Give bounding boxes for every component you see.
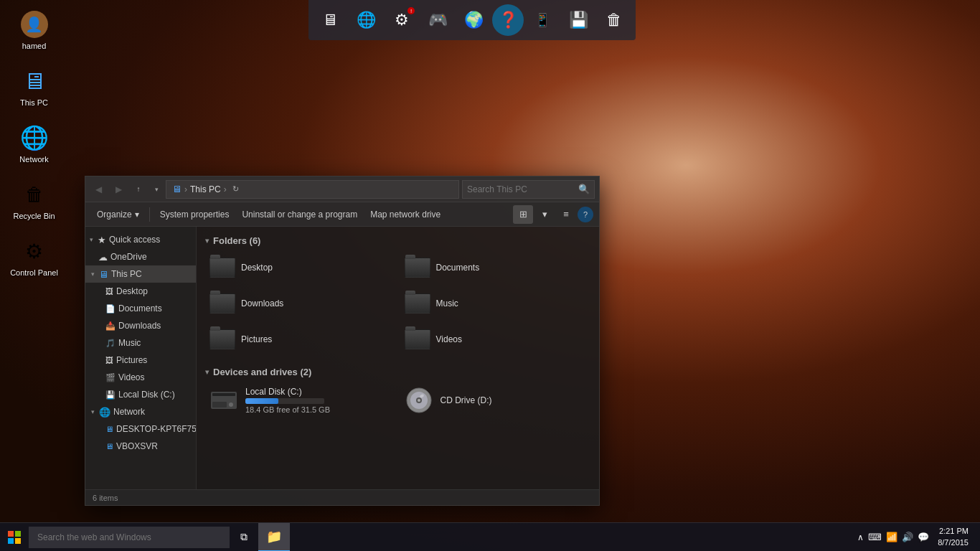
desktop-icon-user[interactable]: 👤 hamed xyxy=(7,7,61,53)
explorer-addressbar: ◀ ▶ ↑ ▾ 🖥 › This PC › ↻ 🔍 xyxy=(85,176,599,202)
folder-downloads[interactable]: Downloads xyxy=(205,288,396,319)
volume-icon[interactable]: 🔊 xyxy=(902,532,913,542)
folder-downloads-info: Downloads xyxy=(241,298,283,309)
desktop-icon-thispc[interactable]: 🖥 This PC xyxy=(7,64,61,110)
folder-music[interactable]: Music xyxy=(400,288,591,319)
local-disk-progress xyxy=(245,398,324,404)
nav-forward-btn[interactable]: ▶ xyxy=(110,181,127,198)
view-list-btn[interactable]: ≡ xyxy=(556,205,576,224)
onedrive-label: OneDrive xyxy=(110,252,147,262)
control-panel-icon-label: Control Panel xyxy=(10,268,58,277)
folder-pictures-icon xyxy=(209,326,235,352)
view-tiles-btn[interactable]: ⊞ xyxy=(513,205,533,224)
help-btn[interactable]: ❓ xyxy=(492,4,524,36)
svg-rect-11 xyxy=(8,538,14,544)
drives-grid: Local Disk (C:) 18.4 GB free of 31.5 GB xyxy=(205,383,590,418)
network-systray-icon[interactable]: 📶 xyxy=(886,532,897,542)
svg-point-2 xyxy=(229,402,233,407)
drive-btn[interactable]: 💾 xyxy=(561,3,595,37)
organize-btn[interactable]: Organize ▾ xyxy=(91,205,145,224)
cd-drive-name: CD Drive (D:) xyxy=(440,395,492,405)
view-dropdown-btn[interactable]: ▾ xyxy=(534,205,555,224)
path-refresh-btn[interactable]: ↻ xyxy=(232,184,239,194)
folders-section-title: Folders (6) xyxy=(213,235,260,246)
folder-videos[interactable]: Videos xyxy=(400,324,591,355)
uninstall-btn[interactable]: Uninstall or change a program xyxy=(236,205,363,224)
search-box: 🔍 xyxy=(462,180,595,199)
view-icons: ⊞ ▾ ≡ ? xyxy=(513,205,593,224)
drives-collapse-btn[interactable]: ▾ xyxy=(205,368,209,376)
monitor-toolbar-btn[interactable]: 🖥 xyxy=(313,3,347,37)
this-pc-icon: 🖥 xyxy=(20,67,49,95)
sidebar-item-network[interactable]: ▾ 🌐 Network xyxy=(85,403,196,420)
map-network-btn[interactable]: Map network drive xyxy=(364,205,446,224)
systray-icons: ∧ ⌨ 📶 🔊 💬 xyxy=(857,532,935,542)
sidebar-item-quick-access[interactable]: ▾ ★ Quick access xyxy=(85,231,196,248)
folder-pictures[interactable]: Pictures xyxy=(205,324,396,355)
device-btn[interactable]: 📱 xyxy=(525,3,560,37)
system-clock[interactable]: 2:21 PM 8/7/2015 xyxy=(938,526,974,548)
nav-up-btn[interactable]: ↑ xyxy=(130,181,147,198)
sidebar-item-pictures[interactable]: 🖼 Pictures xyxy=(85,352,196,369)
sidebar-item-vboxsvr[interactable]: 🖥 VBOXSVR xyxy=(85,438,196,455)
path-segment-thispc: This PC xyxy=(190,184,221,194)
drive-cd-d[interactable]: CD Drive (D:) xyxy=(400,383,591,418)
notification-icon[interactable]: 💬 xyxy=(918,532,929,542)
onedrive-icon: ☁ xyxy=(98,252,108,263)
desktop-icon-recycle[interactable]: 🗑 Recycle Bin xyxy=(7,177,61,223)
pictures-nav-label: Pictures xyxy=(116,355,147,365)
network-globe-btn[interactable]: 🌐 xyxy=(349,3,383,37)
gamepad-btn[interactable]: 🎮 xyxy=(420,3,455,37)
taskbar-pinned: 📁 xyxy=(258,523,290,552)
sidebar-item-downloads[interactable]: 📥 Downloads xyxy=(85,317,196,334)
folder-videos-info: Videos xyxy=(436,334,462,344)
sidebar-item-onedrive[interactable]: ☁ OneDrive xyxy=(85,248,196,265)
keyboard-icon[interactable]: ⌨ xyxy=(868,532,882,542)
clock-time: 2:21 PM xyxy=(938,526,969,537)
folder-desktop[interactable]: Desktop xyxy=(205,252,396,283)
local-disk-icon xyxy=(209,386,238,415)
folder-music-icon xyxy=(405,291,430,316)
recycle-toolbar-btn[interactable]: 🗑 xyxy=(597,3,631,37)
desktop-icon-network[interactable]: 🌐 Network xyxy=(7,121,61,166)
sidebar-item-videos[interactable]: 🎬 Videos xyxy=(85,369,196,386)
this-pc-arrow: ▾ xyxy=(91,270,95,278)
explorer-content: ▾ Folders (6) Desktop xyxy=(197,227,599,489)
nav-dropdown-btn[interactable]: ▾ xyxy=(150,181,163,198)
task-view-btn[interactable]: ⧉ xyxy=(230,523,258,552)
sidebar-item-desktop-kpt[interactable]: 🖥 DESKTOP-KPT6F75 xyxy=(85,420,196,438)
clock-date: 8/7/2015 xyxy=(938,537,969,548)
globe-green-btn[interactable]: 🌍 xyxy=(456,3,491,37)
sidebar-item-documents[interactable]: 📄 Documents xyxy=(85,300,196,317)
file-explorer-taskbar-btn[interactable]: 📁 xyxy=(258,523,290,552)
folder-desktop-name: Desktop xyxy=(241,263,273,273)
cd-drive-info: CD Drive (D:) xyxy=(440,395,492,405)
this-pc-nav-icon: 🖥 xyxy=(99,269,108,280)
folder-pictures-name: Pictures xyxy=(241,334,272,344)
search-input[interactable] xyxy=(467,184,575,194)
desktop-icon-control-panel[interactable]: ⚙ Control Panel xyxy=(7,234,61,280)
local-disk-progress-fill xyxy=(245,398,278,404)
address-path[interactable]: 🖥 › This PC › ↻ xyxy=(166,180,459,199)
system-properties-btn[interactable]: System properties xyxy=(154,205,235,224)
recycle-bin-icon-label: Recycle Bin xyxy=(13,212,55,220)
start-button[interactable] xyxy=(0,523,29,552)
taskbar-search-input[interactable] xyxy=(29,527,230,548)
pictures-nav-icon: 🖼 xyxy=(105,356,113,364)
network-icon: 🌐 xyxy=(20,123,49,152)
sidebar-item-local-disk[interactable]: 💾 Local Disk (C:) xyxy=(85,386,196,403)
sidebar-item-this-pc[interactable]: ▾ 🖥 This PC xyxy=(85,265,196,283)
drive-local-c[interactable]: Local Disk (C:) 18.4 GB free of 31.5 GB xyxy=(205,383,396,418)
settings-red-btn[interactable]: ⚙ ! xyxy=(385,3,419,37)
sidebar-item-desktop[interactable]: 🖼 Desktop xyxy=(85,283,196,300)
folders-collapse-btn[interactable]: ▾ xyxy=(205,237,209,245)
help-ribbon-btn[interactable]: ? xyxy=(578,207,593,222)
folder-downloads-icon xyxy=(209,291,235,316)
folder-documents[interactable]: Documents xyxy=(400,252,591,283)
nav-back-btn[interactable]: ◀ xyxy=(90,181,107,198)
uninstall-label: Uninstall or change a program xyxy=(242,209,357,220)
chevron-up-icon[interactable]: ∧ xyxy=(857,532,864,542)
user-icon-label: hamed xyxy=(22,42,47,50)
sidebar-item-music[interactable]: 🎵 Music xyxy=(85,334,196,352)
cd-drive-icon xyxy=(405,386,433,415)
